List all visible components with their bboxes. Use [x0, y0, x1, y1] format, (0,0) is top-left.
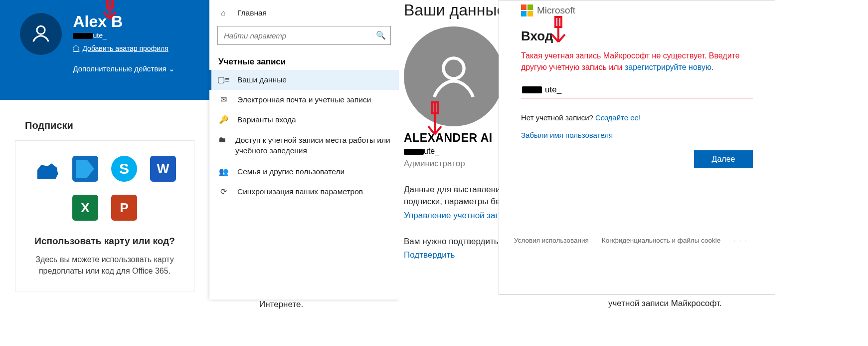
nav-your-info[interactable]: ▢≡ Ваши данные — [209, 70, 399, 90]
verify-link[interactable]: Подтвердить — [404, 250, 499, 260]
svg-point-1 — [443, 58, 464, 78]
word-icon — [150, 156, 176, 182]
nav-home[interactable]: ⌂ Главная — [209, 3, 399, 23]
microsoft-logo-icon — [521, 4, 533, 16]
privacy-link[interactable]: Конфиденциальность и файлы cookie — [602, 237, 721, 244]
powerpoint-icon — [111, 195, 137, 221]
footer-more-icon[interactable]: · · · — [733, 237, 748, 244]
nav-email-accounts[interactable]: ✉ Электронная почта и учетные записи — [209, 90, 399, 110]
nav-label: Ваши данные — [237, 75, 287, 84]
section-heading: Учетные записи — [209, 53, 399, 70]
settings-sidebar: ⌂ Главная 🔍 Учетные записи ▢≡ Ваши данны… — [209, 0, 399, 300]
nav-family[interactable]: 👥 Семья и другие пользователи — [209, 162, 399, 182]
add-avatar-link[interactable]: Добавить аватар профиля — [73, 44, 168, 53]
card-text: Здесь вы можете использовать карту предо… — [28, 254, 181, 277]
more-actions-dropdown[interactable]: Дополнительные действия — [73, 64, 174, 73]
account-email: ute_ — [404, 147, 499, 156]
billing-text: Данные для выставленияподписки, параметр… — [404, 184, 499, 208]
profile-name: Alex B — [73, 13, 174, 30]
no-account-text: Нет учетной записи? Создайте ее! — [521, 113, 753, 122]
people-icon: 👥 — [218, 167, 228, 176]
subscription-card: Использовать карту или код? Здесь вы мож… — [15, 140, 194, 292]
your-info-panel: Ваши данные ALEXANDER AI ute_ Администра… — [399, 0, 499, 346]
subscriptions-heading: Подписки — [25, 120, 209, 131]
terms-link[interactable]: Условия использования — [514, 237, 589, 244]
ms-account-panel: Alex B ute_ Добавить аватар профиля Допо… — [0, 0, 209, 346]
office-app-icons — [28, 156, 181, 221]
search-icon: 🔍 — [376, 30, 386, 40]
login-footer: Условия использования Конфиденциальность… — [514, 237, 760, 244]
home-icon: ⌂ — [218, 8, 228, 17]
nav-signin-options[interactable]: 🔑 Варианты входа — [209, 110, 399, 130]
excel-icon — [72, 195, 98, 221]
create-account-link[interactable]: Создайте ее! — [595, 113, 641, 122]
forgot-username-link[interactable]: Забыли имя пользователя — [521, 131, 753, 139]
outlook-icon — [72, 156, 98, 182]
login-input-redaction — [522, 85, 542, 94]
onedrive-icon — [33, 156, 59, 182]
manage-account-link[interactable]: Управление учетной зап — [404, 211, 499, 221]
sync-icon: ⟳ — [218, 187, 228, 196]
login-error: Такая учетная запись Майкрософт не сущес… — [521, 50, 753, 73]
nav-home-label: Главная — [237, 8, 267, 17]
your-info-heading: Ваши данные — [404, 1, 499, 19]
avatar-large-icon — [404, 26, 504, 126]
account-role: Администратор — [404, 159, 499, 169]
login-title: Вход — [521, 28, 753, 44]
next-button[interactable]: Далее — [694, 150, 753, 168]
avatar-placeholder-icon — [20, 13, 62, 55]
key-icon: 🔑 — [218, 115, 228, 124]
register-new-link[interactable]: зарегистрируйте новую — [625, 63, 711, 71]
skype-icon — [111, 156, 137, 182]
nav-label: Семья и другие пользователи — [237, 167, 345, 176]
profile-username: ute_ — [73, 31, 174, 39]
card-title: Использовать карту или код? — [28, 236, 181, 247]
mail-icon: ✉ — [218, 95, 228, 104]
verify-text: Вам нужно подтвердить. — [404, 236, 499, 248]
settings-search-input[interactable] — [217, 26, 391, 45]
nav-label: Варианты входа — [237, 115, 296, 124]
account-name: ALEXANDER AI — [404, 131, 499, 145]
nav-label: Электронная почта и учетные записи — [237, 95, 371, 104]
person-card-icon: ▢≡ — [218, 75, 228, 84]
briefcase-icon: 🖿 — [218, 135, 226, 144]
profile-header: Alex B ute_ Добавить аватар профиля Допо… — [0, 0, 209, 100]
microsoft-wordmark: Microsoft — [537, 5, 575, 16]
nav-sync[interactable]: ⟳ Синхронизация ваших параметров — [209, 182, 399, 202]
nav-label: Синхронизация ваших параметров — [237, 187, 363, 196]
truncated-text-2: учетной записи Майкрософт. — [608, 299, 722, 309]
nav-label: Доступ к учетной записи места работы или… — [235, 135, 391, 156]
nav-work-school[interactable]: 🖿 Доступ к учетной записи места работы и… — [209, 130, 399, 162]
microsoft-logo: Microsoft — [521, 4, 753, 16]
svg-point-0 — [37, 26, 45, 34]
login-username-input[interactable] — [521, 82, 753, 98]
truncated-text: Интернете. — [259, 300, 303, 310]
ms-login-dialog: Microsoft Вход Такая учетная запись Майк… — [499, 0, 775, 295]
search-wrap: 🔍 — [217, 26, 391, 45]
